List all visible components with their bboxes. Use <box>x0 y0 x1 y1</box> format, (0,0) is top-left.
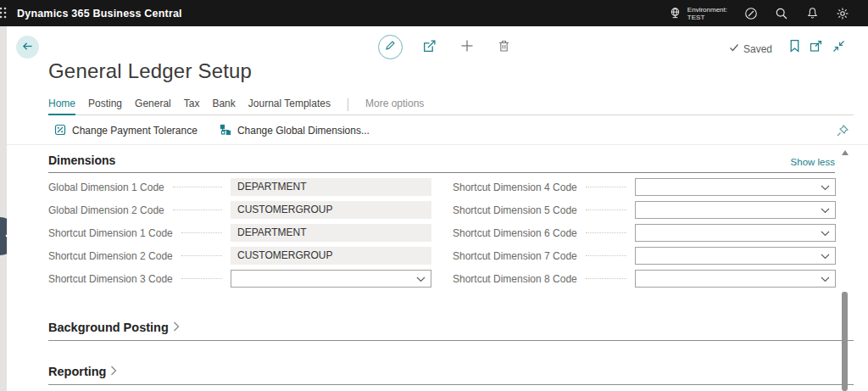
dimensions-section-header: Dimensions Show less <box>48 154 835 173</box>
fields-right-column: Shortcut Dimension 4 Code Shortcut Dimen… <box>453 176 836 290</box>
field-value: CUSTOMERGROUP <box>231 247 431 265</box>
popup-window-icon <box>810 40 823 56</box>
field-dropdown[interactable] <box>635 247 836 265</box>
environment-badge[interactable]: Environment: TEST <box>669 6 727 21</box>
help-icon[interactable] <box>744 7 758 20</box>
save-status: Saved <box>729 42 772 55</box>
field-shortcut-dimension-5-code: Shortcut Dimension 5 Code <box>453 198 836 221</box>
field-label: Shortcut Dimension 8 Code <box>453 273 577 285</box>
field-value: DEPARTMENT <box>231 178 431 196</box>
field-shortcut-dimension-6-code: Shortcut Dimension 6 Code <box>453 221 836 244</box>
arrow-left-icon <box>20 39 35 56</box>
scrollbar-up-arrow[interactable] <box>842 150 849 155</box>
dotted-leader <box>173 209 222 210</box>
section-title: Reporting <box>48 365 106 378</box>
field-global-dimension-2-code: Global Dimension 2 Code CUSTOMERGROUP <box>48 198 431 221</box>
dotted-leader <box>586 209 626 210</box>
dotted-leader <box>181 255 222 256</box>
share-icon <box>422 39 437 57</box>
field-dropdown[interactable] <box>635 178 836 196</box>
field-label: Shortcut Dimension 4 Code <box>453 182 577 193</box>
tab-home[interactable]: Home <box>48 98 75 115</box>
tab-bar: Home Posting General Tax Bank Journal Te… <box>48 96 854 115</box>
collapse-arrows-icon <box>832 40 845 56</box>
field-shortcut-dimension-8-code: Shortcut Dimension 8 Code <box>453 267 836 290</box>
save-status-label: Saved <box>743 43 772 55</box>
settings-icon[interactable] <box>836 7 849 20</box>
tab-general[interactable]: General <box>135 98 171 115</box>
environment-text: Environment: TEST <box>687 6 727 21</box>
field-label: Global Dimension 1 Code <box>48 182 164 193</box>
environment-name: TEST <box>687 14 727 21</box>
field-shortcut-dimension-3-code: Shortcut Dimension 3 Code <box>48 267 431 290</box>
dotted-leader <box>586 232 626 233</box>
edit-button[interactable] <box>378 35 403 59</box>
more-options-button[interactable]: More options <box>365 98 424 115</box>
field-shortcut-dimension-2-code: Shortcut Dimension 2 Code CUSTOMERGROUP <box>48 244 431 267</box>
tab-tax[interactable]: Tax <box>184 98 200 115</box>
chevron-down-icon <box>821 273 830 285</box>
tab-posting[interactable]: Posting <box>88 98 122 115</box>
section-background-posting[interactable]: Background Posting <box>48 321 854 341</box>
section-title: Background Posting <box>48 321 169 334</box>
bookmark-button[interactable] <box>787 41 801 54</box>
field-dropdown[interactable] <box>635 224 836 242</box>
environment-icon <box>669 7 682 20</box>
field-label: Shortcut Dimension 5 Code <box>453 204 577 216</box>
app-launcher-icon[interactable] <box>0 6 8 20</box>
show-less-link[interactable]: Show less <box>791 157 835 167</box>
nav-rail <box>0 26 7 391</box>
payment-tolerance-icon <box>54 124 66 138</box>
tab-journal-templates[interactable]: Journal Templates <box>248 98 331 115</box>
back-button[interactable] <box>16 36 39 59</box>
field-dropdown[interactable] <box>635 201 836 219</box>
page-content: Saved <box>7 26 868 391</box>
app-window: Dynamics 365 Business Central Environmen… <box>0 0 868 391</box>
dotted-leader <box>586 255 626 256</box>
action-label: Change Payment Tolerance <box>72 125 198 137</box>
field-dropdown[interactable] <box>635 270 836 288</box>
scrollbar-thumb[interactable] <box>842 292 848 391</box>
dotted-leader <box>181 278 222 279</box>
field-shortcut-dimension-1-code: Shortcut Dimension 1 Code DEPARTMENT <box>48 221 431 244</box>
share-button[interactable] <box>421 40 437 55</box>
pencil-icon <box>384 39 397 55</box>
field-dropdown[interactable] <box>231 270 431 288</box>
notifications-icon[interactable] <box>805 7 819 20</box>
bookmark-icon <box>789 39 800 56</box>
field-label: Shortcut Dimension 7 Code <box>453 250 577 262</box>
field-label: Shortcut Dimension 3 Code <box>48 273 173 285</box>
field-label: Global Dimension 2 Code <box>48 204 164 216</box>
field-value: DEPARTMENT <box>231 224 431 242</box>
trash-icon <box>498 39 510 56</box>
collapse-page-button[interactable] <box>832 41 845 54</box>
dotted-leader <box>173 187 222 187</box>
section-title-dimensions: Dimensions <box>48 154 115 167</box>
chevron-right-icon <box>173 321 180 334</box>
action-change-global-dimensions[interactable]: Change Global Dimensions... <box>220 124 370 138</box>
ribbon-separator <box>7 144 868 145</box>
pin-icon[interactable] <box>836 124 849 137</box>
action-change-payment-tolerance[interactable]: Change Payment Tolerance <box>54 124 198 138</box>
dotted-leader <box>181 232 222 233</box>
action-bar: Change Payment Tolerance Change Global D… <box>54 120 849 141</box>
chevron-down-icon <box>821 204 830 216</box>
check-icon <box>729 42 739 55</box>
chevron-down-icon <box>821 182 830 193</box>
dotted-leader <box>586 187 626 187</box>
fields-left-column: Global Dimension 1 Code DEPARTMENT Globa… <box>48 176 431 290</box>
search-icon[interactable] <box>775 7 788 20</box>
new-button[interactable] <box>459 40 475 55</box>
delete-button[interactable] <box>496 40 511 55</box>
field-shortcut-dimension-4-code: Shortcut Dimension 4 Code <box>453 176 836 198</box>
chevron-down-icon <box>821 250 830 262</box>
action-label: Change Global Dimensions... <box>237 125 370 137</box>
plus-icon <box>460 39 474 56</box>
topbar-actions: Environment: TEST <box>669 6 868 21</box>
topbar: Dynamics 365 Business Central Environmen… <box>0 0 868 26</box>
open-in-window-button[interactable] <box>810 41 823 54</box>
page-title: General Ledger Setup <box>48 59 252 83</box>
section-reporting[interactable]: Reporting <box>48 365 854 385</box>
tab-bank[interactable]: Bank <box>212 98 235 115</box>
chevron-down-icon <box>416 273 426 285</box>
